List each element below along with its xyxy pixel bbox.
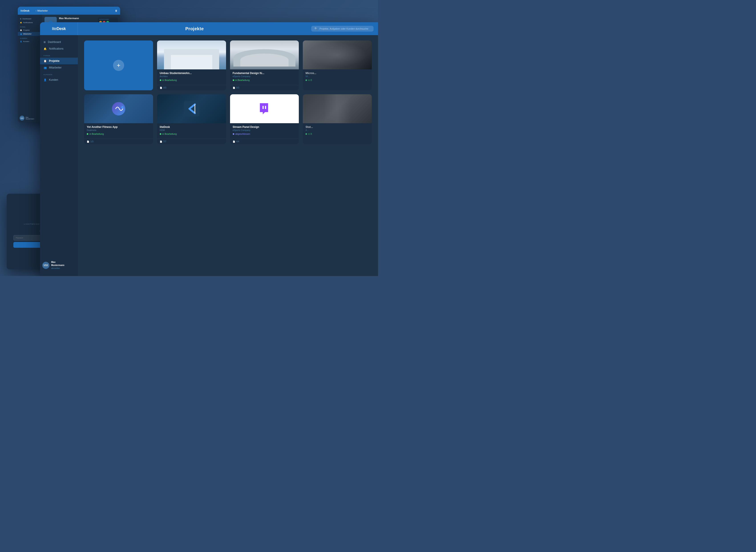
- project-card-footer-stream: 📄 4/4: [230, 139, 299, 144]
- main-sidebar-firma: FIRMA 📋 Projekte 👥 Mitarbeiter: [40, 55, 78, 71]
- topbar-logo-light: lite: [52, 26, 56, 31]
- svg-rect-2: [184, 101, 199, 117]
- task-icon-umbau: 📄: [160, 87, 162, 89]
- project-card-footer-fundamental: 📄 0/3: [230, 85, 299, 90]
- task-icon-fundamental: 📄: [233, 87, 235, 89]
- status-dot-stream: [233, 133, 234, 135]
- project-card-title-stream: Stream Panel Design: [233, 125, 296, 129]
- back-page-title: Mitarbeiter: [37, 10, 48, 12]
- svg-point-0: [112, 102, 125, 115]
- back-button[interactable]: ‹ Mitarbeiter: [36, 10, 48, 12]
- project-card-stutt[interactable]: Stut... A... in B: [303, 94, 372, 144]
- project-card-subtitle-litedesk: HDM: [160, 129, 223, 131]
- project-card-litedesk[interactable]: liteDesk HDM in Bearbeitung 📄 7/7: [157, 94, 226, 144]
- project-card-image-fitness: [84, 94, 153, 123]
- main-sidebar-item-notifications[interactable]: 🔔 Notifications: [40, 45, 78, 52]
- project-card-body-litedesk: liteDesk HDM in Bearbeitung: [157, 123, 226, 139]
- main-topbar-logo: liteDesk: [40, 22, 78, 35]
- project-card-image-microsoft: [303, 40, 372, 70]
- back-sidebar-item-dashboard[interactable]: ⊞ Dashboard: [18, 17, 42, 21]
- status-text-litedesk: in Bearbeitung: [162, 133, 177, 135]
- status-text-fitness: in Bearbeitung: [90, 133, 104, 135]
- project-card-body-fundamental: Fundamental Design fü... eSports Company…: [230, 70, 299, 85]
- mitarbeiter-icon: 👥: [20, 33, 22, 35]
- project-card-body-umbau: Umbau Studentenwohn... Architex in Bearb…: [157, 70, 226, 85]
- task-count-litedesk: 7/7: [163, 140, 166, 143]
- ms-kunden-icon: 👤: [43, 79, 47, 82]
- status-text-stutt: in B: [308, 133, 312, 135]
- twitch-logo-svg: [257, 101, 272, 117]
- back-sidebar-label-dashboard: Dashboard: [22, 18, 31, 20]
- back-sidebar-item-notifications[interactable]: 🔔 Notifications: [18, 21, 42, 24]
- status-text-fundamental: in Bearbeitung: [235, 79, 250, 82]
- status-text-microsoft: in B: [308, 79, 312, 82]
- status-text-umbau: in Bearbeitung: [162, 79, 177, 82]
- ms-mitarbeiter-label: Mitarbeiter: [49, 66, 61, 69]
- topbar-logo-bold: Desk: [56, 26, 66, 31]
- status-text-stream: abgeschlossen: [235, 133, 250, 135]
- svg-rect-4: [263, 106, 264, 109]
- project-card-title-microsoft: Micros...: [305, 72, 369, 75]
- ms-kunden-label: Kunden: [49, 78, 58, 82]
- project-card-footer-fitness: 📄 1/3: [84, 139, 153, 144]
- trash-icon[interactable]: 🗑: [115, 9, 117, 12]
- ms-dashboard-label: Dashboard: [48, 40, 61, 43]
- back-avatar-name: MaxMustermann: [26, 117, 34, 120]
- ms-projekte-label: Projekte: [49, 59, 59, 62]
- project-card-image-fundamental: [230, 40, 299, 70]
- main-sidebar-kunden: KUNDEN 👤 Kunden: [40, 74, 78, 83]
- add-plus-icon: +: [113, 60, 124, 71]
- back-sidebar-item-mitarbeiter[interactable]: 👥 Mitarbeiter: [18, 32, 42, 36]
- dashboard-icon: ⊞: [20, 18, 21, 20]
- project-card-body-fitness: Yet Another Fitness App Dualmeta in Bear…: [84, 123, 153, 139]
- status-dot-litedesk: [160, 133, 161, 135]
- ms-notifications-icon: 🔔: [43, 47, 47, 50]
- project-card-microsoft[interactable]: Micros... Mi... in B: [303, 40, 372, 90]
- project-card-status-microsoft: in B: [305, 79, 369, 82]
- back-sidebar-item-kunden[interactable]: 👤 Kunden: [18, 39, 42, 43]
- back-sidebar-item-projekte[interactable]: 📋 Projekte: [18, 28, 42, 32]
- main-sidebar-item-dashboard[interactable]: ⊞ Dashboard: [40, 39, 78, 45]
- main-sidebar-bottom: MM MaxMustermann abmelden: [40, 258, 78, 272]
- kunden-icon: 👤: [20, 41, 22, 42]
- main-sidebar-firma-label: FIRMA: [40, 55, 78, 57]
- task-icon-litedesk: 📄: [160, 141, 162, 143]
- project-card-status-fitness: in Bearbeitung: [87, 133, 150, 135]
- project-card-body-stutt: Stut... A... in B: [303, 123, 372, 139]
- main-avatar-action[interactable]: abmelden: [51, 267, 64, 270]
- project-card-image-stream: [230, 94, 299, 123]
- back-avatar-circle: MM: [20, 116, 24, 121]
- main-avatar: MM: [42, 262, 49, 269]
- back-sidebar-firma: Firma 📋 Projekte 👥 Mitarbeiter: [18, 26, 42, 36]
- status-dot-fitness: [87, 133, 88, 135]
- main-sidebar-item-projekte[interactable]: 📋 Projekte: [40, 57, 78, 64]
- main-avatar-info: MaxMustermann abmelden: [51, 261, 64, 270]
- main-sidebar-item-kunden[interactable]: 👤 Kunden: [40, 77, 78, 83]
- project-card-subtitle-microsoft: Mi...: [305, 75, 369, 78]
- project-card-stream[interactable]: Stream Panel Design eSports Company abge…: [230, 94, 299, 144]
- project-card-add-new[interactable]: +: [84, 40, 153, 90]
- back-sidebar-kunden: Kunden 👤 Kunden: [18, 37, 42, 43]
- main-avatar-name: MaxMustermann: [51, 261, 64, 267]
- search-input[interactable]: [320, 27, 368, 30]
- project-card-subtitle-stutt: A...: [305, 129, 369, 131]
- project-card-status-fundamental: in Bearbeitung: [233, 79, 296, 82]
- back-window-titlebar: liteDesk ‹ Mitarbeiter 🗑: [18, 7, 120, 15]
- project-card-footer-litedesk: 📄 7/7: [157, 139, 226, 144]
- main-avatar-initials: MM: [43, 264, 48, 267]
- project-card-subtitle-umbau: Architex: [160, 75, 223, 78]
- projekte-icon: 📋: [20, 29, 22, 31]
- main-sidebar-item-mitarbeiter[interactable]: 👥 Mitarbeiter: [40, 64, 78, 71]
- project-card-fitness[interactable]: Yet Another Fitness App Dualmeta in Bear…: [84, 94, 153, 144]
- task-count-fundamental: 0/3: [236, 87, 239, 89]
- task-icon-stream: 📄: [233, 141, 235, 143]
- notifications-icon: 🔔: [20, 22, 22, 24]
- main-projects-area: + Umbau Studentenwohn... Architex in Bea…: [78, 35, 378, 276]
- project-card-title-stutt: Stut...: [305, 125, 369, 129]
- project-card-fundamental[interactable]: Fundamental Design fü... eSports Company…: [230, 40, 299, 90]
- back-sidebar-kunden-label: Kunden: [18, 37, 42, 39]
- main-window: liteDesk Projekte 🔍 ⊞ Dashboard 🔔 Notifi…: [40, 22, 378, 276]
- project-card-umbau[interactable]: Umbau Studentenwohn... Architex in Bearb…: [157, 40, 226, 90]
- back-sidebar-label-kunden: Kunden: [23, 40, 29, 42]
- back-sidebar: ⊞ Dashboard 🔔 Notifications Firma 📋 Proj…: [18, 15, 42, 122]
